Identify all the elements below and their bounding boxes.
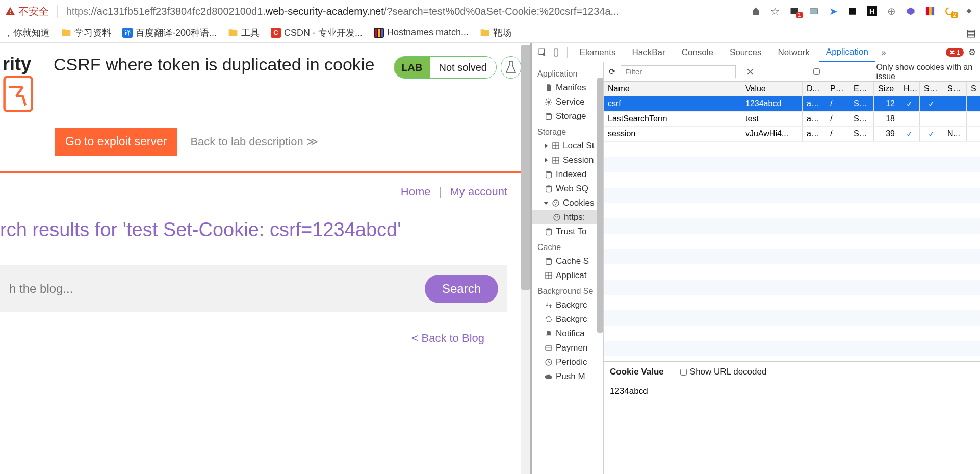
bookmark-1[interactable]: 学习资料 — [61, 27, 111, 39]
refresh-icon[interactable]: ⟳ — [609, 67, 615, 77]
svg-point-26 — [557, 216, 558, 217]
col-domain[interactable]: D... — [803, 82, 826, 96]
clear-icon[interactable]: ✕ — [746, 66, 755, 78]
bookmark-4[interactable]: CCSDN - 专业开发... — [271, 27, 363, 39]
translate-icon[interactable] — [750, 5, 762, 17]
svg-rect-8 — [378, 29, 380, 37]
svg-rect-5 — [932, 7, 934, 15]
more-tabs-icon[interactable]: » — [878, 46, 890, 59]
tab-hackbar[interactable]: HackBar — [625, 43, 673, 62]
sidebar-service-workers[interactable]: Service — [532, 95, 603, 109]
table-row[interactable]: sessionvJuAwHi4...ac.../Se...39✓✓N... — [604, 127, 980, 142]
bookmark-5[interactable]: Hostnames match... — [374, 27, 469, 38]
extension-icon-5[interactable]: H — [866, 5, 878, 17]
col-secure[interactable]: Se... — [920, 82, 943, 96]
col-size[interactable]: Size — [874, 82, 899, 96]
sidebar-storage[interactable]: Storage — [532, 109, 603, 123]
col-value[interactable]: Value — [741, 82, 803, 96]
svg-rect-3 — [926, 7, 929, 15]
lab-status-pill: LAB Not solved — [394, 56, 497, 79]
sidebar-websql[interactable]: Web SQ — [532, 182, 603, 196]
col-same[interactable]: Sa... — [943, 82, 967, 96]
fanyi-icon: 译 — [122, 28, 133, 38]
page-content: rity CSRF where token is duplicated in c… — [0, 43, 530, 474]
extension-icon-2[interactable] — [808, 5, 820, 17]
sidebar-payment-handler[interactable]: Paymen — [532, 341, 603, 355]
sidebar-manifest[interactable]: Manifes — [532, 81, 603, 95]
sidebar-indexeddb[interactable]: Indexed — [532, 167, 603, 182]
folder-icon — [480, 28, 490, 38]
exploit-server-button[interactable]: Go to exploit server — [55, 128, 177, 156]
sidebar-cookie-host[interactable]: https: — [532, 210, 603, 224]
settings-gear-icon[interactable]: ⚙ — [966, 46, 978, 59]
bookmark-2[interactable]: 译百度翻译-200种语... — [122, 27, 217, 39]
sidebar-cookies[interactable]: Cookies — [532, 196, 603, 210]
only-issues-checkbox[interactable]: Only show cookies with an issue — [760, 63, 977, 81]
sidebar-session-storage[interactable]: Session — [532, 153, 603, 167]
page-scrollbar-thumb[interactable] — [521, 45, 530, 290]
sidebar-background-sync[interactable]: Backgrc — [532, 312, 603, 327]
svg-point-15 — [546, 113, 552, 115]
inspect-icon[interactable] — [536, 46, 549, 59]
col-http[interactable]: H... — [899, 82, 920, 96]
tab-network[interactable]: Network — [770, 43, 816, 62]
extension-icon-9[interactable]: 2 — [943, 5, 956, 17]
col-expires[interactable]: Ex... — [849, 82, 874, 96]
tab-console[interactable]: Console — [675, 43, 720, 62]
sidebar-local-storage[interactable]: Local St — [532, 139, 603, 153]
extension-icon-1[interactable]: 1 — [788, 5, 801, 17]
bookmark-0[interactable]: ，你就知道 — [4, 27, 50, 39]
bookmark-6[interactable]: 靶场 — [480, 27, 511, 39]
academy-logo: rity — [0, 54, 48, 117]
folder-icon — [228, 28, 238, 38]
extension-icon-6[interactable]: ⊕ — [885, 5, 897, 17]
sidebar-push-messaging[interactable]: Push M — [532, 369, 603, 384]
tab-sources[interactable]: Sources — [723, 43, 768, 62]
page-nav: Home | My account — [0, 173, 530, 198]
svg-point-19 — [546, 185, 552, 187]
hostnames-icon — [374, 28, 384, 38]
table-row[interactable]: LastSearchTermtestac.../Se...18 — [604, 112, 980, 127]
cookie-value-label: Cookie Value — [610, 367, 664, 377]
table-row[interactable]: csrf1234abcdac.../Se...12✓✓ — [604, 96, 980, 112]
extensions-puzzle-icon[interactable]: ✦ — [963, 5, 975, 17]
back-to-blog-link[interactable]: < Back to Blog — [412, 332, 484, 344]
col-s[interactable]: S — [967, 82, 980, 96]
database-icon — [545, 228, 553, 236]
extension-icon-8[interactable] — [924, 5, 936, 17]
sidebar-app-cache[interactable]: Applicat — [532, 268, 603, 283]
tab-application[interactable]: Application — [819, 43, 875, 62]
back-to-lab-link[interactable]: Back to lab description≫ — [190, 135, 318, 148]
sidebar-periodic-sync[interactable]: Periodic — [532, 355, 603, 369]
table-header: Name Value D... Pa... Ex... Size H... Se… — [604, 82, 980, 96]
my-account-link[interactable]: My account — [450, 185, 508, 198]
tab-elements[interactable]: Elements — [573, 43, 623, 62]
filter-input[interactable] — [621, 65, 736, 78]
devtools-tabs: │ Elements HackBar Console Sources Netwo… — [532, 43, 980, 62]
url-display[interactable]: https://ac131fb51eff23f3804fc2d8002100d1… — [66, 6, 744, 17]
home-link[interactable]: Home — [401, 185, 431, 198]
error-count[interactable]: ✖1 — [946, 48, 964, 57]
svg-rect-30 — [546, 346, 552, 350]
show-decoded-checkbox[interactable]: Show URL decoded — [680, 367, 767, 377]
extension-icon-7[interactable] — [905, 5, 917, 17]
star-icon[interactable]: ☆ — [769, 5, 781, 17]
device-icon[interactable] — [551, 46, 563, 59]
svg-point-21 — [554, 202, 555, 203]
search-button[interactable]: Search — [425, 275, 498, 303]
search-input[interactable] — [9, 282, 418, 296]
sidebar-trust-tokens[interactable]: Trust To — [532, 224, 603, 239]
col-name[interactable]: Name — [604, 82, 741, 96]
reading-list-icon[interactable]: ▤ — [966, 27, 976, 39]
sidebar-background-fetch[interactable]: Backgrc — [532, 298, 603, 312]
extension-icon-3[interactable]: ➤ — [827, 5, 839, 17]
col-path[interactable]: Pa... — [826, 82, 849, 96]
extension-icon-4[interactable] — [846, 5, 859, 17]
sidebar-cache-storage[interactable]: Cache S — [532, 254, 603, 268]
grp-cache: Cache — [532, 239, 603, 254]
sidebar-scrollbar[interactable] — [597, 78, 603, 333]
table-empty-area — [604, 142, 980, 361]
sidebar-notifications[interactable]: Notifica — [532, 327, 603, 341]
svg-rect-13 — [554, 49, 558, 56]
bookmark-3[interactable]: 工具 — [228, 27, 260, 39]
